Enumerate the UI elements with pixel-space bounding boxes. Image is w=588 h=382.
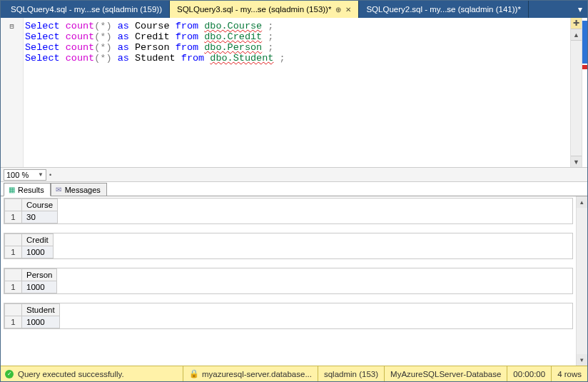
tab-messages-label: Messages [65, 186, 101, 194]
result-table[interactable]: Person 1 1000 [4, 268, 57, 293]
rownum-header [5, 269, 22, 281]
document-tabbar: SQLQuery4.sql - my...se (sqladmin (159))… [1, 1, 587, 18]
zoom-combo[interactable]: 100 % ▼ [4, 169, 46, 181]
rownum-cell: 1 [5, 246, 22, 258]
tab-sqlquery4[interactable]: SQLQuery4.sql - my...se (sqladmin (159)) [4, 1, 170, 18]
status-message: Query executed successfully. [18, 370, 124, 378]
value-cell[interactable]: 30 [22, 211, 58, 223]
marker-strip [582, 18, 587, 167]
pin-icon[interactable]: ⊕ [335, 6, 341, 14]
result-grid: Person 1 1000 [4, 268, 573, 294]
value-cell[interactable]: 1000 [22, 246, 54, 258]
rownum-header [5, 234, 22, 246]
tab-sqlquery3[interactable]: SQLQuery3.sql - my...se (sqladmin (153))… [170, 1, 359, 18]
status-elapsed: 00:00:00 [507, 366, 551, 381]
lock-icon: 🔒 [189, 369, 199, 378]
rownum-cell: 1 [5, 211, 22, 223]
tab-results[interactable]: ▦ Results [4, 183, 51, 196]
status-server[interactable]: 🔒 myazuresql-server.database... [183, 366, 318, 381]
rownum-header [5, 304, 22, 316]
result-table[interactable]: Student 1 1000 [4, 303, 60, 328]
editor-gutter: ⊟ [1, 18, 24, 167]
result-grid: Course 1 30 [4, 198, 573, 224]
result-grid: Student 1 1000 [4, 303, 573, 329]
column-header[interactable]: Person [22, 269, 57, 281]
column-header[interactable]: Course [22, 199, 58, 211]
messages-icon: ✉ [54, 186, 63, 194]
results-inner: Course 1 30 Credit 1 1000 Person 1 1000 [1, 196, 576, 366]
code-area[interactable]: Select count(*) as Course from dbo.Cours… [24, 18, 570, 167]
scroll-down-icon[interactable]: ▾ [577, 354, 587, 366]
tab-label: SQLQuery2.sql - my...se (sqladmin (141))… [366, 5, 520, 14]
editor-vscrollbar[interactable]: ✚ ▲ ▼ [570, 18, 582, 167]
results-vscrollbar[interactable]: ▴ ▾ [576, 196, 587, 366]
tab-overflow-button[interactable]: ▾ [573, 1, 587, 18]
zoom-value: 100 % [6, 171, 29, 179]
tab-label: SQLQuery4.sql - my...se (sqladmin (159)) [11, 5, 162, 14]
error-marker [582, 65, 587, 69]
close-icon[interactable]: ✕ [345, 6, 351, 14]
result-grid: Credit 1 1000 [4, 233, 573, 259]
status-database[interactable]: MyAzureSQLServer-Database [384, 366, 507, 381]
rownum-cell: 1 [5, 316, 22, 328]
status-message-segment: ✓ Query executed successfully. [1, 366, 130, 381]
scroll-up-icon[interactable]: ▴ [577, 196, 587, 208]
results-pane: Course 1 30 Credit 1 1000 Person 1 1000 [1, 196, 587, 366]
change-marker [582, 21, 587, 64]
rownum-header [5, 199, 22, 211]
tab-messages[interactable]: ✉ Messages [51, 183, 107, 196]
split-icon[interactable]: ✚ [571, 18, 582, 29]
tab-label: SQLQuery3.sql - my...se (sqladmin (153))… [177, 5, 331, 14]
scroll-down-icon[interactable]: ▼ [571, 156, 582, 167]
status-bar: ✓ Query executed successfully. 🔒 myazure… [1, 366, 587, 381]
zoom-bar: 100 % ▼ • [1, 168, 587, 182]
value-cell[interactable]: 1000 [22, 281, 57, 293]
results-tabbar: ▦ Results ✉ Messages [1, 182, 587, 196]
result-table[interactable]: Credit 1 1000 [4, 233, 54, 258]
column-header[interactable]: Credit [22, 234, 54, 246]
scroll-up-icon[interactable]: ▲ [571, 29, 582, 41]
rownum-cell: 1 [5, 281, 22, 293]
column-header[interactable]: Student [22, 304, 60, 316]
sql-editor: ⊟ Select count(*) as Course from dbo.Cou… [1, 18, 587, 168]
fold-toggle-icon[interactable]: ⊟ [1, 21, 23, 31]
chevron-down-icon: ▼ [38, 171, 44, 178]
result-table[interactable]: Course 1 30 [4, 198, 58, 223]
status-user[interactable]: sqladmin (153) [318, 366, 384, 381]
zoom-indicator-icon: • [49, 171, 51, 179]
status-rows: 4 rows [551, 366, 587, 381]
tab-sqlquery2[interactable]: SQLQuery2.sql - my...se (sqladmin (141))… [359, 1, 528, 18]
tab-results-label: Results [18, 186, 44, 194]
value-cell[interactable]: 1000 [22, 316, 60, 328]
success-icon: ✓ [5, 370, 14, 378]
grid-icon: ▦ [7, 186, 16, 194]
